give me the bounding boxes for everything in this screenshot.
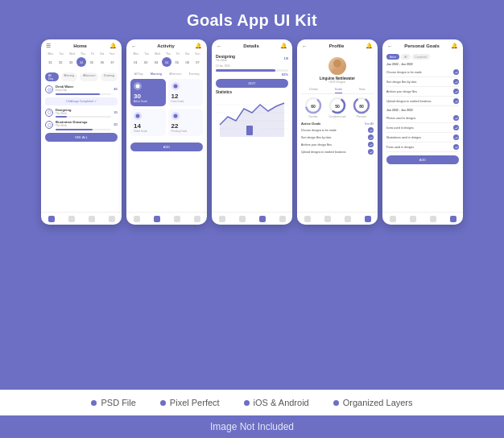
profile-info: Linguine Nettlewater UI/UX Designer [301, 54, 374, 86]
see-all-link[interactable]: See All [365, 122, 374, 126]
phone-activity: ← Activity 🔔 Mon Tue Wed Thu Fri Sat Sun… [126, 39, 207, 225]
pg-check-6 [453, 125, 459, 130]
activity-card-active: 30 Active Goals [130, 79, 166, 106]
edit-button[interactable]: EDIT [216, 79, 288, 88]
pg-period-2: Jan 2022 - Jan 2022 [386, 109, 459, 112]
pg-tab-active[interactable]: Active [386, 54, 399, 60]
svg-rect-16 [264, 130, 271, 135]
details-bell-icon: 🔔 [280, 43, 287, 49]
pg-check-3 [453, 89, 459, 94]
activity-card-pending: 22 Pending Goals [168, 109, 204, 136]
svg-rect-14 [246, 126, 253, 135]
activity-add-button[interactable]: ADD [130, 143, 203, 151]
nav-profile[interactable] [109, 216, 115, 222]
tab-goals[interactable]: Goals [335, 86, 342, 93]
feature-layers: Organized Layers [333, 398, 413, 407]
check-1 [368, 127, 374, 133]
task-progress-water [56, 93, 111, 95]
prof-nav-calendar[interactable] [345, 216, 351, 222]
home-body: All Day Morning Afternoon Evening Drink … [41, 69, 122, 212]
pg-check-7 [453, 134, 459, 140]
det-nav-home[interactable] [219, 216, 225, 222]
filter-morning[interactable]: Morning [61, 72, 78, 81]
image-not-included-label: Image Not Included [210, 421, 294, 432]
tab-stats[interactable]: Stats [359, 86, 366, 93]
svg-text:60: 60 [311, 104, 316, 109]
svg-point-2 [48, 123, 51, 126]
det-nav-chart[interactable] [239, 216, 246, 222]
activity-days: Mon Tue Wed Thu Fri Sat Sun [130, 51, 203, 56]
prof-nav-chart[interactable] [324, 216, 331, 222]
pg-tab-all[interactable]: All [401, 54, 410, 60]
days-row: Mon Tue Wed Thu Fri Sat Sun [45, 51, 118, 56]
feature-label-layers: Organized Layers [343, 398, 413, 407]
home-header: ☰ Home 🔔 [41, 39, 122, 51]
avatar [328, 57, 346, 75]
prof-nav-home[interactable] [304, 216, 311, 222]
act-nav-calendar[interactable] [174, 216, 180, 222]
details-back-icon: ← [217, 43, 222, 49]
stats-circles: 60 Overdue 50 Completion rate [301, 97, 374, 118]
pg-nav-profile[interactable] [450, 216, 456, 222]
stats-chart [216, 97, 288, 137]
pg-check-4 [453, 98, 459, 104]
features-row: PSD File Pixel Perfect iOS & Android Org… [91, 398, 412, 407]
pg-tab-completed[interactable]: Completed [412, 54, 431, 60]
check-2 [368, 134, 374, 140]
task-designing: Designing This Week 1/5 [45, 108, 118, 118]
svg-text:80: 80 [359, 104, 364, 109]
details-header: ← Details 🔔 [212, 39, 292, 51]
goal-item-3: Archive your design files [301, 142, 374, 147]
tab-details[interactable]: Details [309, 86, 318, 93]
pg-nav-chart[interactable] [410, 216, 416, 222]
act-icon-active [134, 82, 142, 90]
nav-calendar[interactable] [89, 216, 95, 222]
task-icon-designing [45, 109, 53, 117]
filter-afternoon[interactable]: Afternoon [80, 72, 98, 81]
pg-tabs-row: Active All Completed [386, 54, 459, 60]
nav-home[interactable] [48, 216, 55, 222]
prof-nav-profile[interactable] [365, 216, 371, 222]
act-icon-failed [134, 112, 142, 120]
pg-nav-home[interactable] [390, 216, 396, 222]
profile-header: ← Profile 🔔 [297, 39, 378, 51]
det-nav-profile[interactable] [279, 216, 286, 222]
activity-card-done: 12 Done Goals [168, 79, 204, 106]
pg-add-button[interactable]: ADD [386, 155, 459, 164]
details-bottom-nav [212, 212, 292, 225]
activity-title: Activity [157, 43, 175, 48]
svg-text:50: 50 [335, 104, 340, 109]
check-4 [368, 149, 374, 155]
det-nav-calendar[interactable] [259, 216, 266, 222]
profile-bottom-nav [297, 212, 378, 225]
profile-role: UI/UX Designer [329, 81, 346, 84]
activity-card-failed: 14 Failed Goals [130, 109, 166, 136]
activity-grid: 30 Active Goals 12 Done Goals [130, 79, 203, 136]
act-nav-profile[interactable] [194, 216, 200, 222]
bell-icon: 🔔 [109, 43, 117, 49]
nav-chart[interactable] [68, 216, 75, 222]
see-all-button[interactable]: SEE ALL [45, 133, 118, 142]
feature-label-ios: iOS & Android [254, 398, 309, 407]
pg-back-icon: ← [387, 43, 393, 49]
svg-point-6 [173, 114, 177, 118]
svg-rect-11 [220, 130, 226, 135]
profile-body: Linguine Nettlewater UI/UX Designer Deta… [297, 51, 378, 212]
act-nav-home[interactable] [134, 216, 140, 222]
filter-evening[interactable]: Evening [101, 72, 118, 81]
activity-body: All Day Morning Afternoon Evening 30 Act… [126, 69, 207, 212]
task-progress-illustration [56, 129, 111, 130]
svg-point-5 [136, 114, 140, 118]
feature-label-pixel: Pixel Perfect [170, 398, 220, 407]
pg-check-1 [453, 69, 459, 75]
svg-rect-17 [273, 131, 279, 135]
act-nav-chart[interactable] [154, 216, 160, 222]
detail-info: Designing This Week 1/8 [216, 54, 288, 62]
pg-nav-calendar[interactable] [430, 216, 436, 222]
dates-row: 31 32 33 34 35 36 37 [45, 56, 118, 68]
goal-item-2: Sort design files by date [301, 134, 374, 140]
filter-allday[interactable]: All Day [45, 72, 59, 81]
feature-dot-ios [244, 400, 250, 406]
stat-completion: 50 Completion rate [328, 97, 346, 118]
feature-dot-psd [91, 400, 97, 406]
